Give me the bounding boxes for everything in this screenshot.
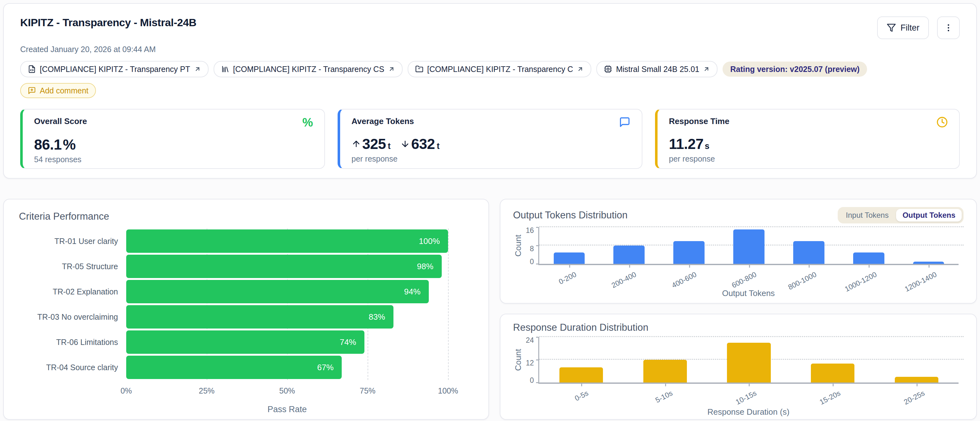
- x-label-slot: 400-600: [659, 270, 718, 288]
- x-label-slot: 10-15s: [706, 389, 791, 407]
- toggle-output-tokens[interactable]: Output Tokens: [896, 209, 962, 222]
- input-tokens-value: 325: [362, 136, 386, 152]
- bar-15-20s[interactable]: [811, 364, 854, 383]
- bar-5-10s[interactable]: [643, 360, 687, 383]
- arrow-down-icon: [400, 138, 410, 150]
- bar-800-1000[interactable]: [793, 241, 824, 264]
- message-plus-icon: [28, 86, 36, 95]
- x-tick-label: 50%: [279, 386, 295, 395]
- filter-button[interactable]: Filter: [877, 16, 929, 39]
- add-comment-button[interactable]: Add comment: [20, 83, 96, 98]
- created-date: Created January 20, 2026 at 09:44 AM: [20, 45, 960, 54]
- bar-TR-04 Source clarity[interactable]: 67%: [126, 356, 342, 379]
- bar-400-600[interactable]: [673, 241, 705, 264]
- bar-200-400[interactable]: [613, 246, 644, 264]
- y-axis-label: Count: [513, 337, 523, 383]
- bar-track: 94%: [126, 280, 448, 303]
- message-square-icon: [619, 116, 630, 128]
- input-tokens-unit: t: [388, 141, 390, 151]
- x-tick-label: 10-15s: [734, 389, 758, 407]
- bar-0-200[interactable]: [554, 252, 585, 264]
- bar-slot: [875, 337, 959, 383]
- bar-TR-01 User clarity[interactable]: 100%: [126, 230, 448, 253]
- chart-row: TR-04 Source clarity67%: [19, 355, 473, 380]
- library-icon: [221, 65, 229, 73]
- x-tick-label: 20-25s: [902, 389, 926, 407]
- bar-600-800[interactable]: [733, 230, 765, 264]
- bar-10-15s[interactable]: [727, 343, 770, 383]
- response-time-unit: s: [705, 141, 709, 151]
- more-options-button[interactable]: [937, 16, 960, 39]
- rating-version-badge: Rating version: v2025.07 (preview): [722, 62, 867, 77]
- external-link-icon: [577, 65, 584, 73]
- bar-slot: [899, 227, 959, 264]
- x-tick-label: 15-20s: [818, 389, 842, 407]
- criteria-performance-chart: TR-01 User clarity100%TR-05 Structure98%…: [19, 228, 473, 415]
- x-tick-label: 0%: [121, 386, 132, 395]
- bar-value-label: 94%: [404, 287, 421, 297]
- x-label-slot: 5-10s: [622, 389, 706, 407]
- chip-prompt-template[interactable]: [COMPLIANCE] KIPITZ - Transparency PT: [20, 61, 208, 77]
- x-tick-label: 75%: [360, 386, 375, 395]
- response-duration-card: Response Duration Distribution Count0122…: [500, 314, 977, 420]
- x-tick-label: 400-600: [670, 270, 698, 290]
- x-tick-mark: [581, 384, 582, 386]
- chip-criteria-set[interactable]: [COMPLIANCE] KIPITZ - Transparency CS: [213, 61, 402, 77]
- response-time-card: Response Time 11.27s per response: [655, 109, 960, 169]
- x-label-slot: 0-200: [538, 270, 598, 288]
- cpu-icon: [604, 65, 612, 73]
- output-tokens-title: Output Tokens Distribution: [513, 210, 628, 221]
- external-link-icon: [388, 65, 395, 73]
- criterion-label: TR-06 Limitations: [19, 338, 126, 347]
- toggle-input-tokens[interactable]: Input Tokens: [840, 209, 895, 222]
- response-duration-chart: Count012240-5s5-10s10-15s15-20s20-25sRes…: [513, 337, 964, 417]
- bar-slot: [707, 337, 791, 383]
- bar-TR-05 Structure[interactable]: 98%: [126, 255, 442, 278]
- x-label-slot: 600-800: [718, 270, 778, 288]
- chip-model[interactable]: Mistral Small 24B 25.01: [596, 61, 718, 77]
- bar-value-label: 67%: [317, 363, 334, 372]
- chip-collection[interactable]: [COMPLIANCE] KIPITZ - Transparency C: [408, 61, 592, 77]
- bar-1000-1200[interactable]: [853, 252, 885, 264]
- bar-slot: [599, 227, 659, 264]
- bar-TR-02 Explanation[interactable]: 94%: [126, 280, 429, 303]
- y-tick-label: 16: [526, 226, 534, 235]
- bar-value-label: 98%: [417, 262, 434, 271]
- chart-row: TR-06 Limitations74%: [19, 330, 473, 355]
- external-link-icon: [703, 65, 710, 73]
- dashboard-page: KIPITZ - Transparency - Mistral-24B Filt…: [0, 0, 980, 421]
- bar-track: 74%: [126, 330, 448, 354]
- criterion-label: TR-02 Explanation: [19, 287, 126, 297]
- x-tick-label: 25%: [199, 386, 215, 395]
- bar-track: 98%: [126, 255, 448, 278]
- x-tick-mark: [569, 265, 570, 268]
- x-tick-label: 600-800: [730, 270, 758, 290]
- bar-track: 83%: [126, 305, 448, 329]
- x-label-slot: 20-25s: [875, 389, 959, 407]
- bar-TR-03 No overclaiming[interactable]: 83%: [126, 305, 393, 329]
- bar-1200-1400[interactable]: [913, 262, 944, 264]
- bar-20-25s[interactable]: [895, 377, 939, 383]
- y-tick-label: 24: [526, 336, 534, 344]
- arrow-up-icon: [352, 138, 361, 150]
- bar-TR-06 Limitations[interactable]: 74%: [126, 330, 364, 354]
- x-axis-ticks: 0-5s5-10s10-15s15-20s20-25s: [538, 389, 959, 407]
- y-tick-label: 12: [526, 359, 534, 367]
- x-tick-label: 100%: [438, 386, 458, 395]
- overall-score-unit: %: [63, 136, 75, 153]
- x-label-slot: 1200-1400: [899, 270, 959, 288]
- overall-score-value: 86.1: [34, 136, 62, 153]
- x-tick-mark: [833, 384, 834, 386]
- file-code-icon: [28, 65, 36, 73]
- resource-chips-row: [COMPLIANCE] KIPITZ - Transparency PT [C…: [20, 61, 960, 77]
- response-duration-title: Response Duration Distribution: [513, 322, 964, 333]
- bar-0-5s[interactable]: [559, 367, 603, 383]
- x-tick-mark: [689, 265, 690, 268]
- plot-area: TR-01 User clarity100%TR-05 Structure98%…: [19, 228, 473, 380]
- x-tick-label: 0-5s: [573, 389, 590, 403]
- bar-value-label: 83%: [369, 312, 385, 322]
- x-tick-mark: [869, 265, 870, 268]
- x-axis-ticks: 0-200200-400400-600600-800800-10001000-1…: [538, 270, 959, 288]
- bar-track: 67%: [126, 356, 448, 379]
- x-tick-mark: [629, 265, 630, 268]
